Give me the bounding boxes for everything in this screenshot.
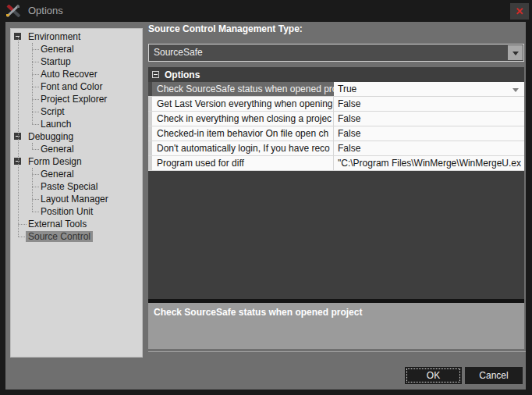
ok-button[interactable]: OK [405, 367, 462, 384]
sidebar-item-label: Layout Manager [38, 194, 111, 205]
sidebar-item-label: General [38, 169, 76, 180]
sidebar-item-label: External Tools [26, 219, 89, 230]
sidebar-item-form-design[interactable]: Form Design [11, 155, 142, 168]
property-row-don-t-automatically[interactable]: Don't automatically login, If you have r… [148, 141, 524, 156]
property-value-cell[interactable]: False [334, 97, 524, 111]
property-row-check-sourcesafe-status[interactable]: Check SourceSafe status when opened proT… [148, 82, 524, 97]
property-value-cell[interactable]: False [334, 112, 524, 126]
property-value-text: False [338, 143, 360, 154]
scm-type-label: Source Control Management Type: [148, 23, 303, 34]
property-value-text: True [338, 84, 356, 94]
property-value-cell[interactable]: False [334, 141, 524, 155]
chevron-down-icon [512, 52, 519, 55]
sidebar-item-label: Source Control [26, 231, 93, 242]
sidebar-item-label: Form Design [26, 156, 84, 167]
category-label: Options [165, 69, 200, 80]
sidebar-item-label: General [38, 144, 76, 155]
tree-line [18, 37, 19, 237]
property-name-cell[interactable]: Check in everything when closing a proje… [152, 112, 334, 126]
sidebar-item-auto-recover[interactable]: Auto Recover [11, 68, 142, 80]
property-value-text: False [338, 98, 360, 109]
scm-type-dropdown[interactable]: SourceSafe [148, 44, 524, 62]
property-name-cell[interactable]: Checked-in item behavior On file open ch [152, 126, 334, 141]
property-value-text: False [338, 113, 360, 124]
close-button[interactable]: ✕ [510, 3, 529, 20]
sidebar-item-position-unit[interactable]: Position Unit [11, 205, 142, 218]
sidebar-item-script[interactable]: Script [11, 105, 142, 118]
property-name-cell[interactable]: Program used for diff [152, 156, 334, 170]
sidebar-item-label: Font and Color [38, 81, 105, 92]
property-value-text: "C:\Program Files\WinMerge\WinMergeU.ex [338, 158, 521, 169]
sidebar-item-general[interactable]: General [11, 43, 142, 55]
sidebar-item-label: Environment [26, 31, 83, 42]
sidebar-item-startup[interactable]: Startup [11, 55, 142, 68]
sidebar-item-label: Debugging [26, 131, 76, 142]
scm-type-value: SourceSafe [154, 44, 203, 61]
sidebar-item-label: Paste Special [38, 181, 100, 192]
footer-divider [148, 351, 526, 352]
property-name-cell[interactable]: Check SourceSafe status when opened pro [152, 82, 334, 96]
property-row-get-last-version[interactable]: Get Last Version everything when opening… [148, 97, 524, 112]
property-value-text: False [338, 128, 360, 139]
property-description: Check SourceSafe status when opened proj… [148, 303, 524, 318]
options-tree: EnvironmentGeneralStartupAuto RecoverFon… [10, 28, 143, 358]
sidebar-item-general[interactable]: General [11, 143, 142, 155]
sidebar-item-paste-special[interactable]: Paste Special [11, 180, 142, 193]
sidebar-item-general[interactable]: General [11, 168, 142, 180]
window-title: Options [28, 0, 63, 22]
sidebar-item-debugging[interactable]: Debugging [11, 130, 142, 143]
property-name-cell[interactable]: Get Last Version everything when opening [152, 97, 334, 111]
sidebar-item-font-and-color[interactable]: Font and Color [11, 80, 142, 93]
property-description-panel: Check SourceSafe status when opened proj… [148, 303, 524, 349]
property-name-cell[interactable]: Don't automatically login, If you have r… [152, 141, 334, 155]
title-bar: Options ✕ [0, 0, 532, 22]
property-value-cell[interactable]: True [334, 82, 524, 96]
sidebar-item-environment[interactable]: Environment [11, 30, 142, 43]
tree-line [32, 143, 33, 149]
sidebar-item-launch[interactable]: Launch [11, 118, 142, 130]
chevron-down-icon[interactable] [512, 88, 519, 92]
property-row-program-used-for[interactable]: Program used for diff"C:\Program Files\W… [148, 156, 524, 171]
tree-line [32, 168, 33, 212]
app-logo-icon [6, 5, 20, 17]
sidebar-item-label: Startup [38, 56, 73, 67]
sidebar-item-project-explorer[interactable]: Project Explorer [11, 93, 142, 105]
sidebar-item-label: Project Explorer [38, 94, 109, 105]
property-row-checked-in-item[interactable]: Checked-in item behavior On file open ch… [148, 126, 524, 141]
collapse-icon[interactable] [152, 71, 159, 78]
sidebar-item-source-control[interactable]: Source Control [11, 230, 142, 243]
property-row-check-in-everything[interactable]: Check in everything when closing a proje… [148, 112, 524, 126]
options-dialog: Options ✕ EnvironmentGeneralStartupAuto … [0, 0, 532, 395]
sidebar-item-label: Auto Recover [38, 69, 100, 80]
property-value-cell[interactable]: "C:\Program Files\WinMerge\WinMergeU.ex [334, 156, 524, 170]
dropdown-button[interactable] [508, 45, 523, 60]
tree-line [32, 43, 33, 124]
property-grid: Options Check SourceSafe status when ope… [148, 67, 524, 299]
sidebar-item-external-tools[interactable]: External Tools [11, 218, 142, 230]
sidebar-item-label: Script [38, 106, 67, 117]
sidebar-item-layout-manager[interactable]: Layout Manager [11, 193, 142, 205]
options-category-header[interactable]: Options [148, 67, 524, 82]
sidebar-item-label: Launch [38, 119, 73, 130]
cancel-button[interactable]: Cancel [465, 367, 523, 384]
close-icon: ✕ [516, 5, 524, 17]
sidebar-item-label: Position Unit [38, 206, 95, 217]
property-rows: Check SourceSafe status when opened proT… [148, 82, 524, 171]
sidebar-item-label: General [38, 44, 76, 55]
property-value-cell[interactable]: False [334, 126, 524, 141]
